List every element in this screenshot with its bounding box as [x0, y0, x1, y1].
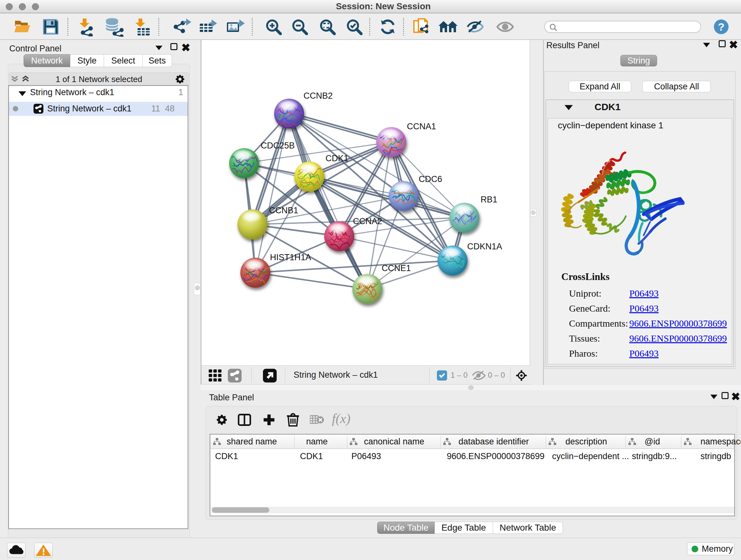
svg-text:CCNA2: CCNA2	[353, 216, 382, 226]
svg-text:CDK1: CDK1	[326, 153, 348, 163]
svg-text:RB1: RB1	[481, 195, 497, 204]
svg-text:CDC6: CDC6	[419, 174, 442, 184]
svg-text:HIST1H1A: HIST1H1A	[270, 253, 311, 262]
svg-text:CCNB1: CCNB1	[269, 206, 298, 215]
svg-text:CCNE1: CCNE1	[382, 263, 411, 273]
svg-text:CDC25B: CDC25B	[261, 141, 295, 150]
svg-text:CDKN1A: CDKN1A	[467, 242, 502, 251]
svg-text:CCNA1: CCNA1	[407, 122, 436, 131]
svg-text:CCNB2: CCNB2	[304, 91, 333, 101]
